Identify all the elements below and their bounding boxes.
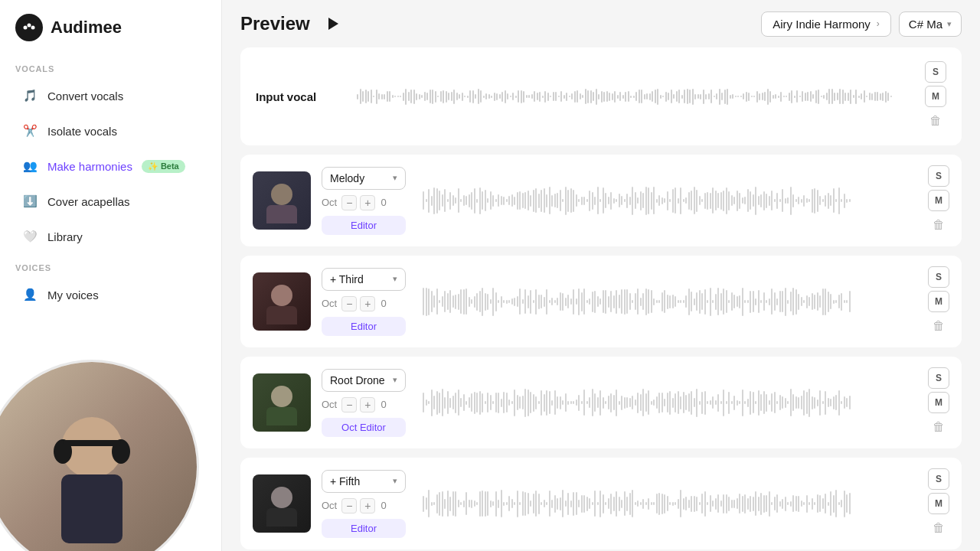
waveform <box>423 285 913 318</box>
oct-row: Oct − + 0 <box>322 496 406 516</box>
solo-button[interactable]: S <box>925 61 946 83</box>
track-controls: + Fifth ▾ Oct − + 0 Editor <box>322 470 406 538</box>
sidebar-item-label: Isolate vocals <box>47 125 117 138</box>
svg-point-15 <box>271 487 292 508</box>
oct-row: Oct − + 0 <box>322 294 406 314</box>
track-thumbnail <box>253 171 311 230</box>
oct-increase-button[interactable]: + <box>360 296 375 311</box>
download-icon: ⬇️ <box>21 193 38 210</box>
waveform-area <box>423 285 913 318</box>
oct-decrease-button[interactable]: − <box>341 397 357 412</box>
input-waveform <box>357 85 906 108</box>
editor-button[interactable]: Editor <box>322 216 406 235</box>
waveform <box>423 184 913 217</box>
svg-rect-16 <box>266 508 297 527</box>
delete-button[interactable]: 🗑 <box>925 110 946 132</box>
play-button[interactable] <box>319 11 345 37</box>
chevron-down-icon: ▾ <box>393 173 397 183</box>
svg-point-13 <box>271 386 292 407</box>
track-controls: Melody ▾ Oct − + 0 Editor <box>322 167 406 235</box>
delete-track-button[interactable]: 🗑 <box>928 517 949 539</box>
harmony-type-dropdown[interactable]: Melody ▾ <box>322 167 406 190</box>
mute-button[interactable]: M <box>925 86 946 107</box>
oct-label: Oct <box>322 298 337 309</box>
music-note-icon: 🎵 <box>21 87 38 104</box>
sidebar-item-label: Cover acapellas <box>47 195 130 208</box>
harmony-type-dropdown[interactable]: Root Drone ▾ <box>322 369 406 392</box>
harmony-selector[interactable]: Airy Indie Harmony › <box>761 11 891 37</box>
track-controls: Root Drone ▾ Oct − + 0 Oct Editor <box>322 369 406 437</box>
solo-button[interactable]: S <box>928 468 949 490</box>
oct-row: Oct − + 0 <box>322 395 406 415</box>
avatar <box>0 360 199 551</box>
oct-increase-button[interactable]: + <box>360 397 375 412</box>
harmony-type-dropdown[interactable]: + Fifth ▾ <box>322 470 406 493</box>
delete-track-button[interactable]: 🗑 <box>928 214 949 236</box>
mute-button[interactable]: M <box>928 291 949 312</box>
oct-value: 0 <box>378 298 389 309</box>
logo-icon <box>15 14 43 41</box>
sidebar-item-cover-acapellas[interactable]: ⬇️ Cover acapellas <box>6 184 215 218</box>
oct-row: Oct − + 0 <box>322 193 406 213</box>
scissors-icon: ✂️ <box>21 122 38 139</box>
harmony-type-label: + Fifth <box>330 475 360 487</box>
avatar-area <box>0 291 221 551</box>
waveform <box>423 487 913 520</box>
svg-rect-12 <box>266 306 297 324</box>
harmony-selector-label: Airy Indie Harmony <box>773 18 871 31</box>
oct-label: Oct <box>322 399 337 410</box>
harmony-type-label: Root Drone <box>330 374 385 386</box>
editor-button[interactable]: Editor <box>322 519 406 538</box>
harmony-type-label: Melody <box>330 172 364 184</box>
mute-button[interactable]: M <box>928 493 949 514</box>
mute-button[interactable]: M <box>928 190 949 211</box>
oct-increase-button[interactable]: + <box>360 195 375 210</box>
solo-button[interactable]: S <box>928 165 949 187</box>
track-side-controls: S M 🗑 <box>928 165 949 236</box>
harmony-type-label: + Third <box>330 273 364 285</box>
input-vocal-label: Input vocal <box>256 90 348 103</box>
oct-increase-button[interactable]: + <box>360 498 375 514</box>
waveform-area <box>423 184 913 217</box>
beta-badge-icon: ✨ <box>148 161 158 171</box>
mute-button[interactable]: M <box>928 392 949 413</box>
svg-point-11 <box>271 285 292 306</box>
sidebar-item-convert-vocals[interactable]: 🎵 Convert vocals <box>6 79 215 112</box>
thumb-face-icon <box>253 272 311 331</box>
voices-section-label: VOICES <box>0 254 221 277</box>
svg-point-0 <box>24 26 28 30</box>
app-logo: Audimee <box>0 0 221 55</box>
editor-button[interactable]: Editor <box>322 317 406 336</box>
track-thumbnail <box>253 272 311 331</box>
delete-track-button[interactable]: 🗑 <box>928 315 949 337</box>
editor-button[interactable]: Oct Editor <box>322 418 406 437</box>
page-title: Preview <box>240 13 310 34</box>
solo-button[interactable]: S <box>928 266 949 288</box>
chevron-down-icon: ▾ <box>393 274 397 284</box>
delete-track-button[interactable]: 🗑 <box>928 416 949 438</box>
oct-decrease-button[interactable]: − <box>341 498 357 514</box>
sidebar-item-make-harmonies[interactable]: 👥 Make harmonies ✨ Beta <box>6 149 215 183</box>
sidebar-item-isolate-vocals[interactable]: ✂️ Isolate vocals <box>6 114 215 148</box>
sidebar-item-library[interactable]: 🤍 Library <box>6 220 215 253</box>
chevron-right-icon: › <box>877 18 880 29</box>
tracks-area: Input vocal S M 🗑 Melody <box>222 47 980 551</box>
sidebar: Audimee VOCALS 🎵 Convert vocals ✂️ Isola… <box>0 0 222 551</box>
solo-button[interactable]: S <box>928 367 949 389</box>
svg-rect-10 <box>266 205 297 223</box>
input-vocal-side-controls: S M 🗑 <box>925 61 946 132</box>
oct-decrease-button[interactable]: − <box>341 195 357 210</box>
chevron-down-icon: ▾ <box>393 375 397 385</box>
svg-point-9 <box>271 184 292 205</box>
sidebar-item-label: Library <box>47 230 83 243</box>
track-row: + Third ▾ Oct − + 0 Editor S M 🗑 <box>240 256 962 347</box>
oct-decrease-button[interactable]: − <box>341 296 357 311</box>
vocals-section-label: VOCALS <box>0 55 221 78</box>
chevron-down-icon: ▾ <box>393 476 397 486</box>
harmony-type-dropdown[interactable]: + Third ▾ <box>322 268 406 291</box>
track-thumbnail <box>253 474 311 533</box>
key-selector[interactable]: C# Ma ▾ <box>899 11 962 37</box>
waveform <box>423 386 913 419</box>
sidebar-item-label: Make harmonies <box>47 160 132 173</box>
track-thumbnail <box>253 373 311 432</box>
